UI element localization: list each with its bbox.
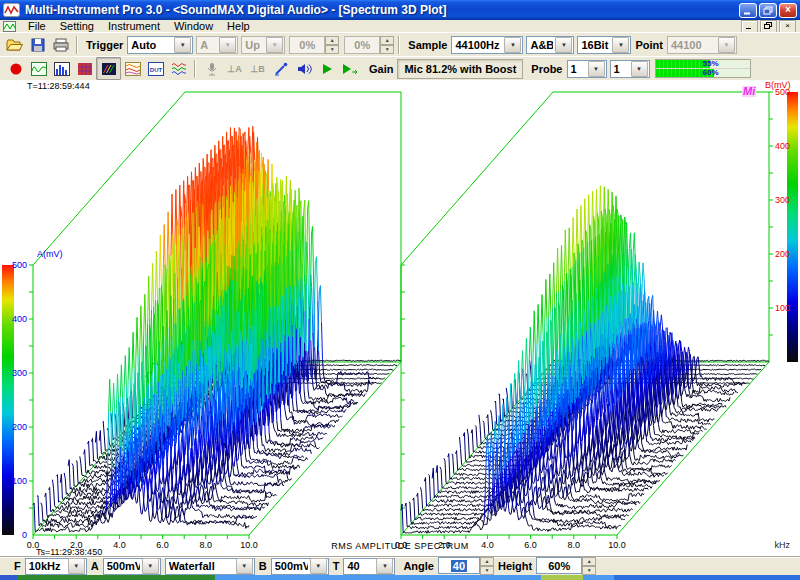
timestamp-top: T=11:28:59:444 [27,81,90,91]
view-mode-select[interactable]: Waterfall▼ [165,558,255,575]
close-button[interactable]: × [779,3,797,18]
angle-spinner[interactable]: 40▲▼ [438,557,494,575]
svg-text:6.0: 6.0 [524,540,537,550]
child-window-icon [3,21,17,32]
svg-text:500: 500 [12,260,27,270]
chevron-down-icon: ▼ [631,61,648,77]
menu-instrument[interactable]: Instrument [101,21,167,32]
chevron-down-icon: ▼ [68,558,85,574]
trigger-edge-select: Up▼ [241,36,285,54]
svg-text:4.0: 4.0 [113,540,126,550]
minimize-button[interactable] [739,3,757,18]
taskbar-segment [541,575,583,580]
menu-window[interactable]: Window [167,21,220,32]
toolbar-main: Trigger Auto▼ A▼ Up▼ 0%▲▼ 0%▲▼ Sample 44… [0,32,800,56]
spin-down-icon[interactable]: ▼ [480,566,494,575]
chevron-down-icon: ▼ [718,37,735,53]
svg-text:8.0: 8.0 [200,540,213,550]
probe-calibration-button[interactable] [269,58,292,79]
menu-file[interactable]: File [21,21,53,32]
multimeter-button[interactable] [73,58,96,79]
run-output-button[interactable] [338,58,361,79]
freq-range-select[interactable]: 10kHz▼ [25,558,87,575]
angle-value: 40 [451,560,467,572]
svg-text:10.0: 10.0 [240,540,258,550]
svg-text:100: 100 [12,476,27,486]
channel-mode-select[interactable]: A&B▼ [526,36,574,54]
svg-text:10.0: 10.0 [608,540,626,550]
sample-label: Sample [408,39,447,51]
svg-text:RMS AMPLITUDE SPECTRUM: RMS AMPLITUDE SPECTRUM [331,541,469,551]
record-button[interactable] [4,58,27,79]
trigger-level-spinner: 0%▲▼ [289,36,339,54]
chevron-down-icon: ▼ [219,37,236,53]
save-button[interactable] [26,34,49,55]
taskbar-strip [0,575,800,580]
a-range-label: A [91,560,99,572]
chevron-down-icon: ▼ [142,558,159,574]
svg-text:8.0: 8.0 [568,540,581,550]
trigger-mode-select[interactable]: Auto▼ [127,36,193,54]
waterfall-3d-plots[interactable]: 0.02.04.06.08.010.05004003002001000A(mV)… [0,80,800,556]
spectrum-analyzer-button[interactable] [50,58,73,79]
trigger-channel-select: A▼ [196,36,238,54]
probe-a-select[interactable]: 1▼ [567,60,607,78]
chevron-down-icon: ▼ [612,37,629,53]
svg-text:400: 400 [12,314,27,324]
point-label: Point [635,39,663,51]
svg-text:0: 0 [22,530,27,540]
spin-up-icon: ▲ [325,36,339,45]
fft-label: F [14,560,21,572]
a-range-select[interactable]: 500mV▼ [103,558,161,575]
trigger-marker-b-button[interactable]: ⊥B [246,58,269,79]
open-button[interactable] [3,34,26,55]
mi-logo: Mi [742,86,756,97]
spectrum-3d-plot-button[interactable] [96,57,121,80]
chevron-down-icon: ▼ [174,37,191,53]
mdi-close-button[interactable]: × [779,20,796,33]
trigger-delay-spinner: 0%▲▼ [344,36,394,54]
mdi-minimize-button[interactable] [741,20,758,33]
taskbar-segment [0,575,18,580]
svg-text:6.0: 6.0 [156,540,169,550]
trace-count-select[interactable]: 40▼ [343,558,395,575]
menu-setting[interactable]: Setting [53,21,101,32]
svg-text:200: 200 [775,249,790,259]
spin-down-icon[interactable]: ▼ [582,566,596,575]
data-logger-button[interactable] [121,58,144,79]
toolbar-instruments: DUT ⊥A ⊥B Gain Mic 81.2% with Boost Prob… [0,56,800,80]
toolbar-separator [398,36,400,54]
probe-b-select[interactable]: 1▼ [610,60,650,78]
input-device-icon[interactable] [200,58,223,79]
bit-depth-select[interactable]: 16Bit▼ [577,36,631,54]
spin-up-icon[interactable]: ▲ [582,557,596,566]
device-test-plan-button[interactable]: DUT [144,58,167,79]
svg-text:100: 100 [775,303,790,313]
trigger-marker-a-button[interactable]: ⊥A [223,58,246,79]
speaker-button[interactable] [292,58,315,79]
b-range-select[interactable]: 500mV▼ [271,558,329,575]
point-count-select: 44100▼ [667,36,737,54]
level-bar-b: 60% [656,69,750,77]
chevron-down-icon: ▼ [504,37,521,53]
svg-text:kHz: kHz [775,540,791,550]
signal-generator-button[interactable] [167,58,190,79]
sample-rate-select[interactable]: 44100Hz▼ [451,36,523,54]
oscilloscope-button[interactable] [27,58,50,79]
restore-button[interactable] [759,3,777,18]
height-spinner[interactable]: 60%▲▼ [536,557,596,575]
run-button[interactable] [315,58,338,79]
menu-help[interactable]: Help [220,21,257,32]
toolbar-separator [194,60,196,78]
gain-label: Gain [369,63,393,75]
spin-up-icon[interactable]: ▲ [480,557,494,566]
svg-text:4.0: 4.0 [481,540,494,550]
chevron-down-icon: ▼ [266,37,283,53]
taskbar-segment [215,575,541,580]
toolbar-bottom: F 10kHz▼ A 500mV▼ Waterfall▼ B 500mV▼ T … [0,556,800,575]
mdi-restore-button[interactable] [760,20,777,33]
svg-text:200: 200 [12,422,27,432]
b-range-label: B [259,560,267,572]
print-button[interactable] [49,34,72,55]
angle-label: Angle [403,560,434,572]
